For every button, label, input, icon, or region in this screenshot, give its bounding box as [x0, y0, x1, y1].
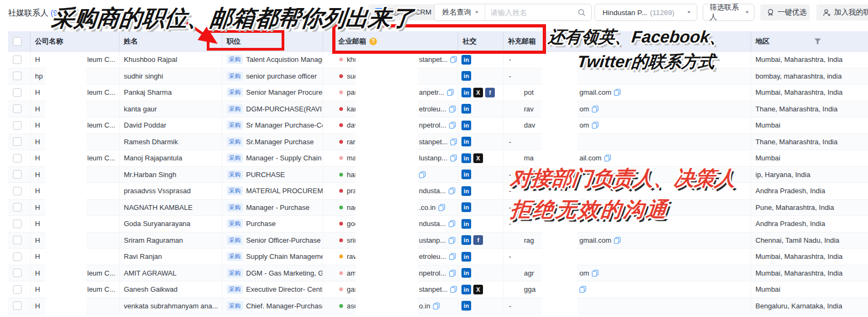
copy-icon[interactable]: [438, 204, 445, 211]
extra-email-cell: -: [503, 298, 751, 314]
table-body: Hleum C...Khushboo Rajpal采购Talent Acquis…: [8, 52, 868, 314]
copy-icon[interactable]: [450, 56, 457, 63]
linkedin-icon[interactable]: in: [461, 137, 471, 146]
add-to-my-contacts-button[interactable]: 加入我的联系人: [816, 4, 868, 20]
linkedin-icon[interactable]: in: [461, 153, 471, 163]
extra-email-head: rag: [524, 236, 534, 244]
copy-icon[interactable]: [450, 286, 457, 293]
copy-icon[interactable]: [419, 171, 426, 178]
row-checkbox[interactable]: [13, 137, 22, 146]
name-cell: Ramesh Dharmik: [120, 134, 222, 150]
one-click-optimize-button[interactable]: 一键优选: [760, 4, 810, 20]
region-text: Bengaluru, Karnataka, India: [755, 302, 842, 310]
medal-icon: [767, 9, 774, 16]
filter-contacts-select[interactable]: 筛选联系人 ▼: [703, 4, 754, 21]
row-checkbox[interactable]: [13, 187, 22, 195]
row-checkbox[interactable]: [13, 55, 22, 64]
linkedin-icon[interactable]: in: [461, 285, 471, 294]
linkedin-icon[interactable]: in: [461, 252, 471, 262]
row-checkbox[interactable]: [13, 236, 22, 244]
filter-contacts-label: 筛选联系人: [710, 3, 741, 22]
x-icon[interactable]: X: [473, 285, 483, 294]
extra-email-cell: potgmail.com: [503, 84, 751, 101]
copy-icon[interactable]: [449, 237, 456, 244]
row-checkbox[interactable]: [13, 301, 22, 310]
search-icon[interactable]: [578, 9, 586, 17]
row-checkbox[interactable]: [13, 104, 22, 113]
position-text: Purchase: [246, 220, 276, 228]
linkedin-icon[interactable]: in: [461, 186, 471, 196]
row-checkbox[interactable]: [13, 170, 22, 179]
linkedin-icon[interactable]: in: [461, 104, 471, 114]
linkedin-icon[interactable]: in: [461, 202, 471, 212]
linkedin-icon[interactable]: in: [461, 235, 471, 245]
copy-icon[interactable]: [592, 122, 599, 129]
search-input[interactable]: [485, 9, 578, 17]
row-checkbox[interactable]: [13, 285, 22, 294]
copy-icon[interactable]: [450, 138, 457, 145]
table-row: Hprasadvss Vssprasad采购MATERIAL PROCUREME…: [8, 183, 868, 200]
copy-icon[interactable]: [449, 187, 456, 194]
facebook-icon[interactable]: f: [473, 235, 483, 245]
extra-email-tail-text: om: [579, 105, 589, 113]
extra-email-cell: -: [503, 68, 751, 84]
copy-icon[interactable]: [449, 270, 456, 277]
row-checkbox[interactable]: [13, 203, 22, 212]
filter-funnel-icon[interactable]: [814, 38, 821, 46]
row-checkbox-cell: [8, 200, 31, 216]
table-row: Hvenkata subrahmanyam ana...采购Chief. Man…: [8, 298, 868, 315]
company-name-tail: leum C...: [87, 154, 115, 162]
linkedin-icon[interactable]: in: [461, 71, 471, 81]
linkedin-icon[interactable]: in: [461, 170, 471, 179]
linkedin-icon[interactable]: in: [461, 301, 471, 311]
copy-icon[interactable]: [433, 302, 440, 309]
position-cell: 采购DGM-PURCHASE(RAVI G...: [222, 101, 323, 117]
copy-icon[interactable]: [579, 286, 586, 293]
x-icon[interactable]: X: [473, 88, 483, 97]
linkedin-icon[interactable]: in: [461, 219, 471, 229]
row-checkbox[interactable]: [13, 269, 22, 277]
company-name-tail: leum C...: [87, 88, 115, 96]
row-checkbox[interactable]: [13, 252, 22, 261]
row-checkbox[interactable]: [13, 220, 22, 228]
copy-icon[interactable]: [449, 253, 456, 260]
linkedin-icon[interactable]: in: [461, 121, 471, 130]
row-checkbox[interactable]: [13, 88, 22, 97]
company-name-head: H: [35, 55, 40, 64]
social-cell: inXf: [458, 84, 503, 101]
linkedin-icon[interactable]: in: [461, 55, 471, 65]
select-all-checkbox[interactable]: [13, 37, 22, 46]
copy-icon[interactable]: [592, 270, 599, 277]
extra-email-tail: om: [579, 269, 599, 277]
copy-icon[interactable]: [449, 105, 456, 112]
search-type-select[interactable]: 姓名查询 ▼: [435, 4, 485, 20]
copy-icon[interactable]: [614, 237, 621, 244]
position-text: Manager - Supply Chain: [246, 154, 321, 162]
linkedin-icon[interactable]: in: [461, 268, 471, 278]
sync-to-tcrm-button[interactable]: T 同步至T-CRM: [368, 4, 438, 20]
copy-icon[interactable]: [592, 105, 599, 112]
company-filter-select[interactable]: Hindustan P... (11269) ▼: [594, 4, 697, 21]
table-row: hpsudhir singhi采购senior purchase officer…: [8, 68, 868, 85]
table-row: Hleum C...AMIT AGRAWAL采购DGM - Gas Market…: [8, 265, 868, 282]
copy-icon[interactable]: [449, 220, 456, 227]
table-row: HRavi Ranjan采购Supply Chain Manageme...ra…: [8, 249, 868, 265]
linkedin-icon[interactable]: in: [461, 88, 471, 97]
row-checkbox-cell: [8, 52, 31, 68]
email-status-dot: [339, 287, 343, 291]
row-checkbox[interactable]: [13, 72, 22, 80]
copy-icon[interactable]: [614, 89, 621, 96]
row-checkbox[interactable]: [13, 154, 22, 163]
row-checkbox[interactable]: [13, 121, 22, 130]
censor-box-extra-email: [542, 52, 577, 316]
facebook-icon[interactable]: f: [485, 88, 495, 97]
email-status-dot: [339, 140, 343, 144]
copy-icon[interactable]: [447, 89, 454, 96]
copy-icon[interactable]: [604, 154, 611, 161]
region-cell: Mumbai, Maharashtra, India: [751, 265, 868, 281]
copy-icon[interactable]: [449, 122, 456, 129]
email-status-dot: [339, 74, 343, 78]
x-icon[interactable]: X: [473, 153, 483, 163]
no-extra-email-dash: -: [509, 171, 511, 179]
copy-icon[interactable]: [450, 154, 457, 161]
